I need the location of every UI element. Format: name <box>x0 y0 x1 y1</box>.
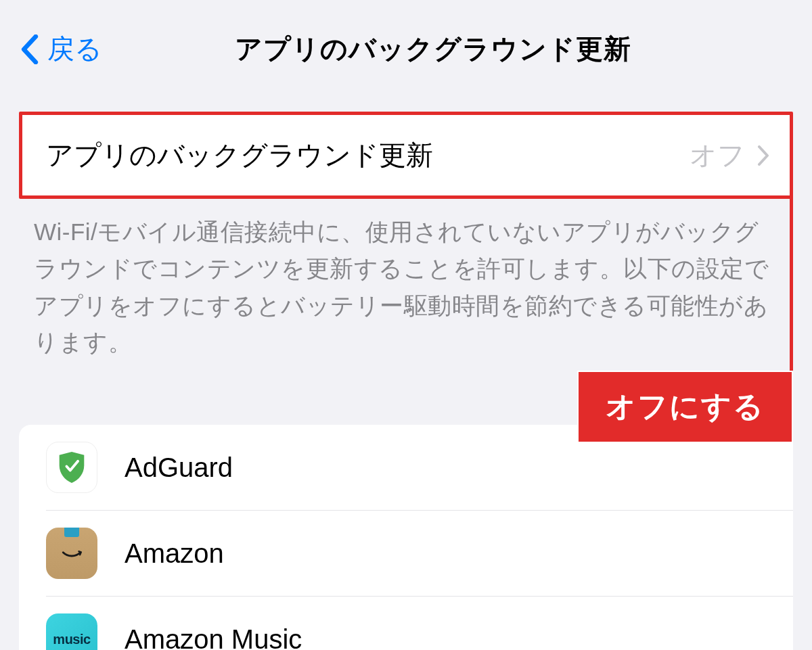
amazon-music-icon: music <box>46 613 97 650</box>
chevron-right-icon <box>757 145 769 166</box>
page-title: アプリのバックグラウンド更新 <box>74 30 792 68</box>
chevron-left-icon <box>20 34 39 64</box>
back-label: 戻る <box>47 30 102 68</box>
back-button[interactable]: 戻る <box>20 30 102 68</box>
adguard-icon <box>46 442 97 493</box>
app-list: AdGuard Amazon music Amazon Music <box>19 425 793 650</box>
setting-value-text: オフ <box>690 137 745 174</box>
header: 戻る アプリのバックグラウンド更新 <box>0 0 812 88</box>
app-name: AdGuard <box>125 452 233 483</box>
background-refresh-setting[interactable]: アプリのバックグラウンド更新 オフ <box>19 112 793 199</box>
list-item[interactable]: Amazon <box>46 511 793 597</box>
app-name: Amazon Music <box>125 624 302 651</box>
list-item[interactable]: music Amazon Music <box>46 597 793 650</box>
annotation-connector <box>790 198 793 373</box>
setting-value: オフ <box>690 137 769 174</box>
setting-description: Wi-Fi/モバイル通信接続中に、使用されていないアプリがバックグラウンドでコン… <box>0 199 812 361</box>
setting-label: アプリのバックグラウンド更新 <box>46 137 433 174</box>
amazon-icon <box>46 528 97 579</box>
annotation-callout: オフにする <box>577 371 793 443</box>
app-name: Amazon <box>125 538 224 569</box>
